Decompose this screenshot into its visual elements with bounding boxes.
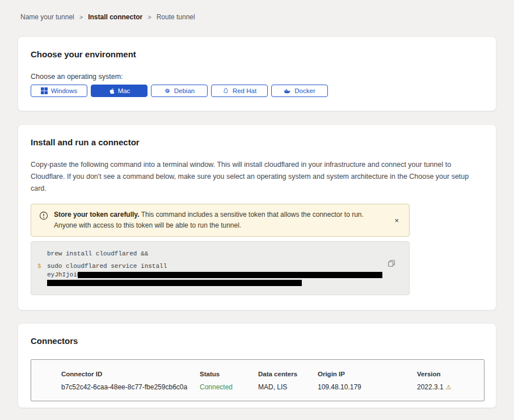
- code-token-line: eyJhIjoiO: [47, 271, 393, 286]
- breadcrumb-item-name-your-tunnel[interactable]: Name your tunnel: [20, 13, 74, 21]
- col-header-origin-ip: Origin IP: [318, 371, 417, 377]
- apple-icon: [108, 87, 115, 95]
- connectors-card-title: Connectors: [31, 336, 483, 346]
- cell-version: 2022.3.1⚠: [417, 383, 478, 391]
- version-value: 2022.3.1: [417, 383, 444, 391]
- os-button-redhat[interactable]: Red Hat: [211, 85, 268, 97]
- alert-title: Store your token carefully.: [54, 211, 140, 219]
- os-button-label: Debian: [174, 87, 195, 94]
- alert-message: Store your token carefully. This command…: [54, 209, 386, 231]
- breadcrumb: Name your tunnel > Install connector > R…: [0, 0, 514, 21]
- copy-icon[interactable]: [387, 259, 395, 269]
- breadcrumb-separator: >: [79, 14, 83, 20]
- install-card-title: Install and run a connector: [31, 137, 483, 147]
- redhat-icon: [222, 87, 229, 94]
- cell-data-centers: MAD, LIS: [258, 383, 318, 391]
- install-connector-card: Install and run a connector Copy-paste t…: [18, 124, 496, 310]
- cell-status: Connected: [200, 383, 258, 391]
- connectors-card: Connectors Connector ID Status Data cent…: [18, 323, 496, 408]
- info-circle-icon: [39, 211, 48, 222]
- shell-prompt: $: [37, 262, 41, 271]
- code-command-text: sudo cloudflared service install: [47, 263, 167, 270]
- os-button-debian[interactable]: Debian: [151, 85, 208, 97]
- os-button-label: Windows: [51, 87, 78, 94]
- col-header-connector-id: Connector ID: [61, 371, 200, 377]
- close-icon[interactable]: ×: [392, 215, 401, 226]
- col-header-data-centers: Data centers: [258, 371, 318, 377]
- code-line-service-install: $ sudo cloudflared service install eyJhI…: [47, 262, 393, 286]
- os-button-windows[interactable]: Windows: [31, 85, 87, 97]
- os-button-label: Red Hat: [233, 87, 256, 94]
- col-header-version: Version: [417, 371, 478, 377]
- install-card-description: Copy-paste the following command into a …: [31, 159, 481, 195]
- code-line-brew: brew install cloudflared &&: [47, 250, 393, 258]
- breadcrumb-separator: >: [148, 14, 151, 20]
- docker-whale-icon: [284, 88, 291, 94]
- connectors-table: Connector ID Status Data centers Origin …: [31, 359, 484, 401]
- token-warning-alert: Store your token carefully. This command…: [31, 204, 410, 237]
- environment-card-title: Choose your environment: [31, 49, 483, 59]
- os-select-label: Choose an operating system:: [31, 73, 483, 81]
- os-button-label: Mac: [118, 87, 130, 94]
- os-button-docker[interactable]: Docker: [271, 85, 328, 97]
- install-command-codeblock: brew install cloudflared && $ sudo cloud…: [31, 241, 410, 295]
- cell-connector-id: b7c52c42-6caa-48ee-8c77-fbe259cb6c0a: [61, 383, 200, 391]
- os-button-label: Docker: [294, 87, 315, 94]
- os-button-group: Windows Mac Debian Red Hat Docker: [31, 85, 483, 97]
- col-header-status: Status: [200, 371, 258, 377]
- redacted-token-bar-2: [47, 280, 302, 286]
- redacted-token-bar-1: [78, 272, 382, 278]
- environment-card: Choose your environment Choose an operat…: [18, 36, 496, 111]
- windows-icon: [41, 87, 48, 94]
- breadcrumb-item-route-tunnel[interactable]: Route tunnel: [157, 13, 195, 21]
- warning-triangle-icon: ⚠: [446, 384, 452, 390]
- token-prefix: eyJhIjoiO: [47, 271, 81, 278]
- os-button-mac[interactable]: Mac: [91, 85, 148, 97]
- breadcrumb-item-install-connector[interactable]: Install connector: [88, 13, 142, 21]
- cell-origin-ip: 109.48.10.179: [318, 383, 417, 391]
- debian-swirl-icon: [164, 87, 171, 94]
